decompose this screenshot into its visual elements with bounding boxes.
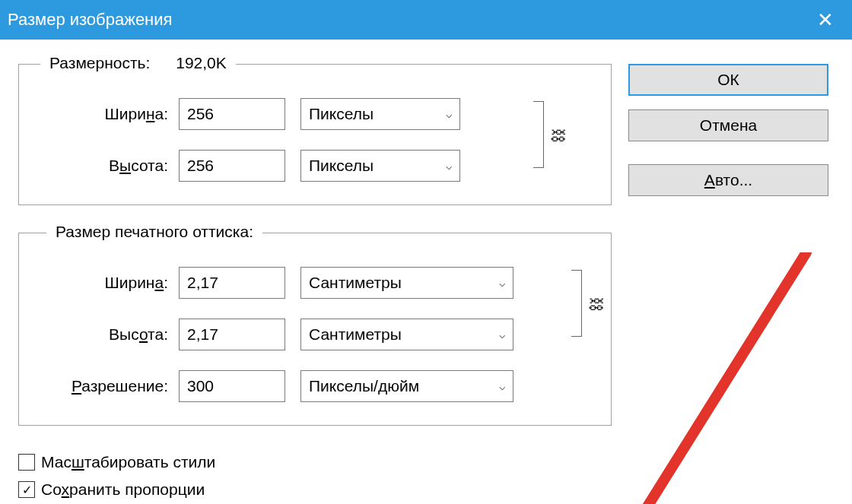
group-print-size: Размер печатного оттиска: Ширина: Сантим… bbox=[18, 233, 612, 426]
checkbox-constrain-row[interactable]: ✓ Сохранить пропорции bbox=[18, 480, 612, 499]
select-print-width-unit[interactable]: Сантиметры ⌵ bbox=[300, 267, 513, 299]
cancel-button[interactable]: Отмена bbox=[628, 109, 828, 141]
select-pixel-height-unit-value: Пикселы bbox=[309, 157, 374, 175]
select-pixel-width-unit-value: Пикселы bbox=[309, 105, 374, 123]
input-print-height[interactable] bbox=[179, 319, 285, 350]
link-bracket-icon bbox=[571, 270, 582, 337]
legend-pixel-dimensions: Размерность: 192,0K bbox=[40, 54, 236, 72]
close-icon: ✕ bbox=[817, 8, 834, 32]
select-print-height-unit[interactable]: Сантиметры ⌵ bbox=[300, 319, 513, 350]
input-pixel-height[interactable] bbox=[179, 150, 285, 182]
left-column: Размерность: 192,0K Ширина: Пикселы ⌵ bbox=[18, 64, 612, 504]
dialog-content: Размерность: 192,0K Ширина: Пикселы ⌵ bbox=[0, 40, 852, 504]
label-pixel-height: Высота: bbox=[34, 157, 179, 175]
select-pixel-width-unit[interactable]: Пикселы ⌵ bbox=[300, 98, 460, 130]
input-print-width[interactable] bbox=[179, 267, 285, 299]
chevron-down-icon: ⌵ bbox=[499, 380, 505, 392]
legend-pixel-value: 192,0K bbox=[176, 54, 227, 71]
auto-button[interactable]: Авто... bbox=[628, 164, 828, 196]
select-resolution-unit[interactable]: Пикселы/дюйм ⌵ bbox=[300, 370, 513, 402]
checkbox-scale-styles[interactable] bbox=[18, 454, 35, 471]
checkbox-group: Масштабировать стили ✓ Сохранить пропорц… bbox=[18, 453, 612, 499]
label-print-height: Высота: bbox=[34, 325, 179, 344]
label-pixel-width: Ширина: bbox=[34, 105, 179, 123]
ok-button[interactable]: ОК bbox=[628, 64, 828, 96]
row-print-height: Высота: Сантиметры ⌵ bbox=[34, 319, 596, 350]
window-title: Размер изображения bbox=[8, 10, 172, 30]
chain-link-icon[interactable]: ⛓ bbox=[549, 127, 567, 142]
checkbox-constrain-label: Сохранить пропорции bbox=[41, 480, 205, 499]
right-button-column: ОК Отмена Авто... bbox=[628, 64, 828, 504]
chevron-down-icon: ⌵ bbox=[446, 160, 452, 172]
select-print-width-unit-value: Сантиметры bbox=[309, 274, 402, 292]
titlebar: Размер изображения ✕ bbox=[0, 0, 852, 40]
link-print-dimensions: ⛓ bbox=[571, 258, 603, 349]
legend-print-size: Размер печатного оттиска: bbox=[46, 223, 262, 241]
link-pixel-dimensions: ⛓ bbox=[533, 89, 565, 180]
select-print-height-unit-value: Сантиметры bbox=[309, 325, 402, 344]
label-print-width: Ширина: bbox=[34, 274, 179, 292]
label-resolution: Разрешение: bbox=[34, 377, 179, 395]
link-bracket-icon bbox=[533, 101, 544, 168]
chevron-down-icon: ⌵ bbox=[499, 277, 505, 289]
chevron-down-icon: ⌵ bbox=[499, 328, 505, 341]
row-resolution: Разрешение: Пикселы/дюйм ⌵ bbox=[34, 370, 596, 402]
checkbox-scale-styles-row[interactable]: Масштабировать стили bbox=[18, 453, 612, 471]
row-pixel-width: Ширина: Пикселы ⌵ bbox=[34, 98, 596, 130]
checkbox-scale-styles-label: Масштабировать стили bbox=[41, 453, 215, 471]
checkbox-constrain[interactable]: ✓ bbox=[18, 481, 35, 498]
row-pixel-height: Высота: Пикселы ⌵ bbox=[34, 150, 596, 182]
chevron-down-icon: ⌵ bbox=[446, 108, 452, 120]
legend-pixel-label: Размерность: bbox=[49, 54, 150, 71]
chain-link-icon[interactable]: ⛓ bbox=[587, 296, 605, 311]
group-pixel-dimensions: Размерность: 192,0K Ширина: Пикселы ⌵ bbox=[18, 64, 612, 205]
input-resolution[interactable] bbox=[179, 370, 285, 402]
select-resolution-unit-value: Пикселы/дюйм bbox=[309, 377, 419, 395]
close-button[interactable]: ✕ bbox=[799, 0, 852, 40]
select-pixel-height-unit[interactable]: Пикселы ⌵ bbox=[300, 150, 460, 182]
input-pixel-width[interactable] bbox=[179, 98, 285, 130]
row-print-width: Ширина: Сантиметры ⌵ bbox=[34, 267, 596, 299]
